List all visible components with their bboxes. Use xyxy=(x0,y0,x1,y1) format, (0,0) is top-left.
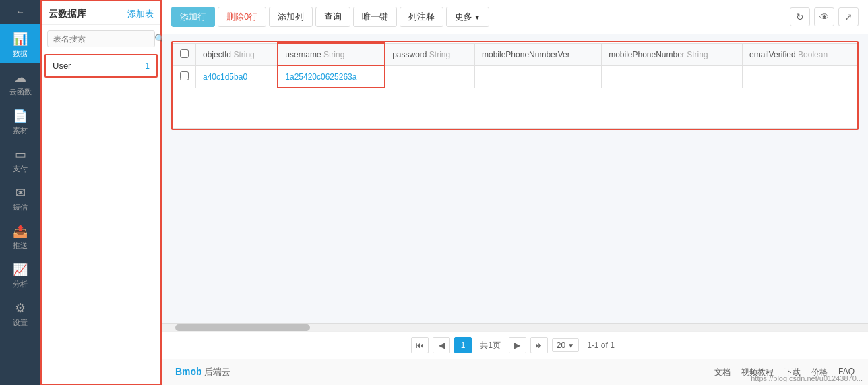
refresh-button[interactable]: ↻ xyxy=(790,7,810,26)
sidebar-item-label-payment: 支付 xyxy=(13,164,28,174)
sidebar-item-data[interactable]: 📊 数据 xyxy=(0,24,40,63)
table-search-box[interactable]: 🔍 xyxy=(47,30,155,47)
cell-password xyxy=(385,65,474,88)
payment-icon: ▭ xyxy=(11,146,30,162)
add-table-button[interactable]: 添加表 xyxy=(127,8,154,20)
col-header-mobile: mobilePhoneNumber String xyxy=(602,43,743,65)
sidebar-item-label-media: 素材 xyxy=(13,125,28,136)
col-name-emailverified: emailVerified xyxy=(749,50,796,59)
row-checkbox[interactable] xyxy=(180,71,189,80)
sidebar: ← 📊 数据 ☁ 云函数 📄 素材 ▭ 支付 ✉ 短信 📤 推送 📈 分析 ⚙ … xyxy=(0,0,40,385)
next-page-button[interactable]: ▶ xyxy=(509,337,526,353)
cell-mobile xyxy=(602,65,743,88)
scrollbar-thumb[interactable] xyxy=(175,324,310,331)
table-item-user[interactable]: User 1 xyxy=(44,54,158,78)
analytics-icon: 📈 xyxy=(11,262,30,278)
settings-icon: ⚙ xyxy=(11,300,30,316)
sidebar-item-label-analytics: 分析 xyxy=(13,279,28,289)
row-checkbox-cell[interactable] xyxy=(173,65,196,88)
col-name-mobile: mobilePhoneNumber xyxy=(609,50,685,59)
sidebar-item-label-settings: 设置 xyxy=(13,318,28,328)
col-type-objectid: String xyxy=(233,50,254,59)
table-row: a40c1d5ba0 1a25420c0625263a xyxy=(173,65,857,88)
first-page-button[interactable]: ⏮ xyxy=(411,337,429,353)
sms-icon: ✉ xyxy=(11,185,30,201)
col-note-button[interactable]: 列注释 xyxy=(400,7,443,27)
data-icon: 📊 xyxy=(11,31,30,47)
table-container: objectId String username String password… xyxy=(162,34,868,323)
last-page-button[interactable]: ⏭ xyxy=(530,337,548,353)
col-name-mobilever: mobilePhoneNumberVer xyxy=(482,50,570,59)
toolbar: 添加行 删除0行 添加列 查询 唯一键 列注释 更多 ▼ ↻ 👁 ⤢ xyxy=(162,0,868,34)
col-header-emailverified: emailVerified Boolean xyxy=(742,43,857,65)
sidebar-item-push[interactable]: 📤 推送 xyxy=(0,216,40,255)
col-header-username: username String xyxy=(278,43,385,65)
sidebar-item-analytics[interactable]: 📈 分析 xyxy=(0,255,40,293)
sidebar-item-settings[interactable]: ⚙ 设置 xyxy=(0,293,40,332)
col-name-username: username xyxy=(285,50,321,59)
back-button[interactable]: ← xyxy=(0,0,40,24)
username-value[interactable]: 1a25420c0625263a xyxy=(285,72,356,82)
page-size-value: 20 xyxy=(557,340,565,350)
prev-page-button[interactable]: ◀ xyxy=(433,337,450,353)
objectid-link[interactable]: a40c1d5ba0 xyxy=(203,72,247,82)
more-label: 更多 xyxy=(455,11,472,23)
range-label: 1-1 of 1 xyxy=(587,340,615,350)
sidebar-item-label-push: 推送 xyxy=(13,241,28,251)
page-1-button[interactable]: 1 xyxy=(454,337,472,353)
table-item-name: User xyxy=(53,61,71,71)
data-table-wrap: objectId String username String password… xyxy=(171,41,859,130)
table-list-panel: 云数据库 添加表 🔍 User 1 xyxy=(40,0,162,385)
select-all-header[interactable] xyxy=(173,43,196,65)
cell-mobilever xyxy=(475,65,602,88)
cloud-icon: ☁ xyxy=(11,69,30,86)
toolbar-right: ↻ 👁 ⤢ xyxy=(790,7,859,26)
page-size-selector[interactable]: 20 ▼ xyxy=(552,338,579,352)
sidebar-item-cloudfunc[interactable]: ☁ 云函数 xyxy=(0,63,40,101)
unique-key-button[interactable]: 唯一键 xyxy=(353,7,397,27)
back-icon: ← xyxy=(16,7,25,17)
col-header-mobilever: mobilePhoneNumberVer xyxy=(475,43,602,65)
table-item-count: 1 xyxy=(145,61,150,71)
panel-title: 云数据库 xyxy=(49,8,86,20)
cell-objectid: a40c1d5ba0 xyxy=(196,65,278,88)
data-table: objectId String username String password… xyxy=(173,42,857,129)
media-icon: 📄 xyxy=(11,108,30,124)
sidebar-item-media[interactable]: 📄 素材 xyxy=(0,101,40,140)
url-bar: https://blog.csdn.net/u01243870... xyxy=(751,374,863,382)
col-header-password: password String xyxy=(385,43,474,65)
col-name-objectid: objectId xyxy=(203,50,231,59)
brand-subtitle: 后端云 xyxy=(204,367,230,377)
more-button[interactable]: 更多 ▼ xyxy=(446,7,489,27)
horizontal-scrollbar[interactable] xyxy=(162,323,868,331)
main-content: 添加行 删除0行 添加列 查询 唯一键 列注释 更多 ▼ ↻ 👁 ⤢ xyxy=(162,0,868,385)
sidebar-item-payment[interactable]: ▭ 支付 xyxy=(0,140,40,178)
footer-link-docs[interactable]: 文档 xyxy=(714,367,731,378)
pagination-bar: ⏮ ◀ 1 共1页 ▶ ⏭ 20 ▼ 1-1 of 1 xyxy=(162,331,868,359)
col-type-emailverified: Boolean xyxy=(798,50,828,59)
panel-header: 云数据库 添加表 xyxy=(42,1,160,25)
sidebar-item-label-cloudfunc: 云函数 xyxy=(9,87,32,97)
sidebar-item-sms[interactable]: ✉ 短信 xyxy=(0,178,40,216)
expand-button[interactable]: ⤢ xyxy=(838,7,859,26)
push-icon: 📤 xyxy=(11,223,30,239)
add-row-button[interactable]: 添加行 xyxy=(171,7,215,27)
query-button[interactable]: 查询 xyxy=(315,7,350,27)
page-size-arrow: ▼ xyxy=(567,342,574,349)
empty-cell xyxy=(173,88,857,128)
cell-username: 1a25420c0625263a xyxy=(278,65,385,88)
col-type-mobile: String xyxy=(687,50,708,59)
col-name-password: password xyxy=(392,50,427,59)
sidebar-item-label-sms: 短信 xyxy=(13,202,28,212)
col-type-password: String xyxy=(429,50,450,59)
table-search-input[interactable] xyxy=(53,34,154,44)
select-all-checkbox[interactable] xyxy=(180,49,189,58)
col-header-objectid: objectId String xyxy=(196,43,278,65)
delete-row-button[interactable]: 删除0行 xyxy=(218,7,266,27)
cell-emailverified xyxy=(742,65,857,88)
view-button[interactable]: 👁 xyxy=(814,7,834,26)
add-col-button[interactable]: 添加列 xyxy=(269,7,313,27)
footer-brand-area: Bmob 后端云 xyxy=(175,366,230,378)
sidebar-item-label-data: 数据 xyxy=(13,49,28,59)
empty-row xyxy=(173,88,857,128)
